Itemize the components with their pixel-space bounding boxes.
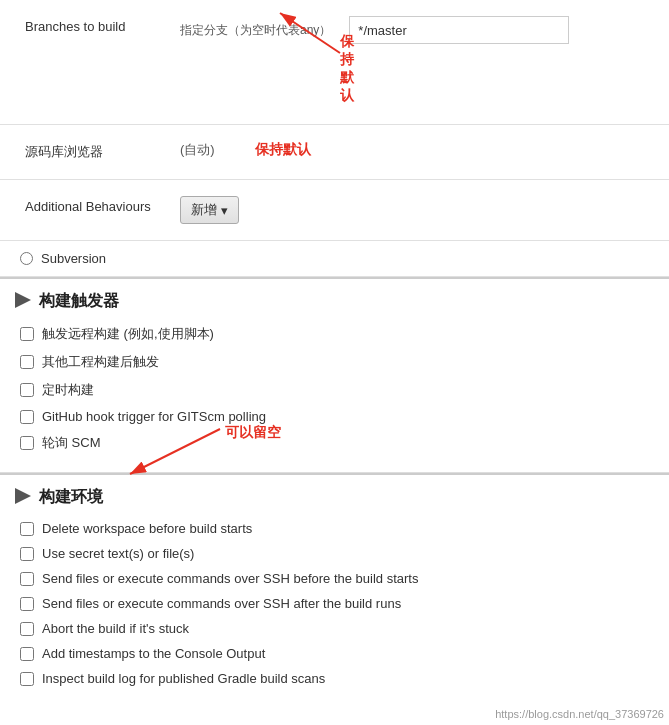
- source-auto-value: (自动): [180, 141, 215, 159]
- trigger-arrow-icon: [15, 292, 31, 311]
- build-env-checkbox-3[interactable]: [20, 597, 34, 611]
- trigger-checkbox-2[interactable]: [20, 383, 34, 397]
- trigger-checkbox-1[interactable]: [20, 355, 34, 369]
- trigger-checkboxes: 触发远程构建 (例如,使用脚本) 其他工程构建后触发 定时构建 GitHub h…: [0, 320, 669, 457]
- svg-line-1: [280, 13, 340, 53]
- add-behaviour-button[interactable]: 新增 ▾: [180, 196, 239, 224]
- build-env-checkbox-6[interactable]: [20, 672, 34, 686]
- trigger-item-4: 轮询 SCM: [0, 429, 669, 457]
- subversion-label: Subversion: [41, 251, 106, 266]
- build-env-item-2: Send files or execute commands over SSH …: [0, 566, 669, 591]
- build-env-section-header: 构建环境: [0, 473, 669, 516]
- build-env-section-title: 构建环境: [39, 487, 103, 508]
- trigger-item-3: GitHub hook trigger for GITScm polling: [0, 404, 669, 429]
- build-env-label-4: Abort the build if it's stuck: [42, 621, 189, 636]
- build-env-item-4: Abort the build if it's stuck: [0, 616, 669, 641]
- build-env-checkbox-4[interactable]: [20, 622, 34, 636]
- build-env-section: 构建环境 Delete workspace before build start…: [0, 473, 669, 691]
- trigger-section-title: 构建触发器: [39, 291, 119, 312]
- build-env-item-5: Add timestamps to the Console Output: [0, 641, 669, 666]
- trigger-label-4: 轮询 SCM: [42, 434, 101, 452]
- source-browser-content: (自动) 保持默认: [170, 135, 669, 165]
- trigger-label-1: 其他工程构建后触发: [42, 353, 159, 371]
- trigger-scm-container: 轮询 SCM 可以留空: [0, 429, 669, 457]
- keep-default-annotation: 保持默认: [340, 33, 354, 105]
- build-env-checkbox-0[interactable]: [20, 522, 34, 536]
- additional-behaviours-content: 新增 ▾: [170, 190, 669, 230]
- source-browser-label: 源码库浏览器: [0, 135, 170, 169]
- branches-to-build-row: Branches to build 指定分支（为空时代表any） 保持默认: [0, 0, 669, 125]
- build-env-label-6: Inspect build log for published Gradle b…: [42, 671, 325, 686]
- build-env-checkbox-5[interactable]: [20, 647, 34, 661]
- trigger-section: 构建触发器 触发远程构建 (例如,使用脚本) 其他工程构建后触发 定时构建 Gi…: [0, 277, 669, 473]
- build-env-label-3: Send files or execute commands over SSH …: [42, 596, 401, 611]
- keep-default-text: 保持默认: [255, 141, 311, 159]
- build-env-item-6: Inspect build log for published Gradle b…: [0, 666, 669, 691]
- branches-content: 指定分支（为空时代表any） 保持默认: [170, 10, 669, 114]
- build-env-checkboxes: Delete workspace before build starts Use…: [0, 516, 669, 691]
- build-env-label-2: Send files or execute commands over SSH …: [42, 571, 418, 586]
- build-env-item-1: Use secret text(s) or file(s): [0, 541, 669, 566]
- trigger-item-0: 触发远程构建 (例如,使用脚本): [0, 320, 669, 348]
- build-env-label-1: Use secret text(s) or file(s): [42, 546, 194, 561]
- subversion-radio[interactable]: [20, 252, 33, 265]
- build-env-item-3: Send files or execute commands over SSH …: [0, 591, 669, 616]
- add-button-label: 新增: [191, 201, 217, 219]
- trigger-label-3: GitHub hook trigger for GITScm polling: [42, 409, 266, 424]
- svg-marker-5: [15, 488, 31, 504]
- trigger-checkbox-4[interactable]: [20, 436, 34, 450]
- source-browser-row: 源码库浏览器 (自动) 保持默认: [0, 125, 669, 180]
- build-env-arrow-icon: [15, 488, 31, 507]
- trigger-label-2: 定时构建: [42, 381, 94, 399]
- branches-label: Branches to build: [0, 10, 170, 44]
- watermark: https://blog.csdn.net/qq_37369726: [495, 708, 664, 720]
- dropdown-arrow-icon: ▾: [221, 203, 228, 218]
- build-env-label-0: Delete workspace before build starts: [42, 521, 252, 536]
- trigger-item-2: 定时构建: [0, 376, 669, 404]
- trigger-checkbox-0[interactable]: [20, 327, 34, 341]
- additional-behaviours-row: Additional Behaviours 新增 ▾: [0, 180, 669, 241]
- trigger-label-0: 触发远程构建 (例如,使用脚本): [42, 325, 214, 343]
- build-env-item-0: Delete workspace before build starts: [0, 516, 669, 541]
- svg-marker-2: [15, 292, 31, 308]
- additional-behaviours-label: Additional Behaviours: [0, 190, 170, 224]
- build-env-checkbox-2[interactable]: [20, 572, 34, 586]
- trigger-section-header: 构建触发器: [0, 277, 669, 320]
- trigger-checkbox-3[interactable]: [20, 410, 34, 424]
- subversion-row: Subversion: [0, 241, 669, 277]
- build-env-label-5: Add timestamps to the Console Output: [42, 646, 265, 661]
- trigger-item-1: 其他工程构建后触发: [0, 348, 669, 376]
- build-env-checkbox-1[interactable]: [20, 547, 34, 561]
